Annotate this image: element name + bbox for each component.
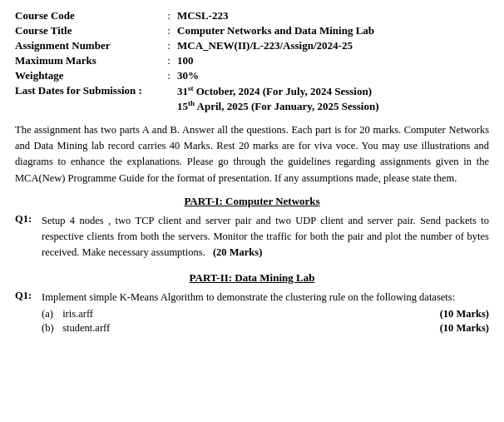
part1-heading: PART-I: Computer Networks: [15, 195, 489, 208]
intro-text: The assignment has two parts A and B. An…: [15, 122, 489, 187]
part2-q1-block: Q1: Implement simple K-Means Algorithm t…: [15, 290, 489, 335]
maximum-marks-row: Maximum Marks : 100: [15, 53, 489, 68]
course-title-label: Course Title: [15, 23, 161, 38]
assignment-number-row: Assignment Number : MCA_NEW(II)/L-223/As…: [15, 38, 489, 53]
part1-section: PART-I: Computer Networks Q1: Setup 4 no…: [15, 195, 489, 260]
part1-q1-block: Q1: Setup 4 nodes , two TCP client and s…: [15, 213, 489, 260]
part1-q1-label: Q1:: [15, 213, 42, 226]
sub-item-b-text: student.arff: [60, 322, 440, 335]
last-dates-label: Last Dates for Submission :: [15, 83, 161, 114]
maximum-marks-label: Maximum Marks: [15, 53, 161, 68]
maximum-marks-value: 100: [177, 53, 489, 68]
last-dates-value2: 15th April, 2025 (For January, 2025 Sess…: [177, 100, 379, 112]
part2-q1-row: Q1: Implement simple K-Means Algorithm t…: [15, 290, 489, 305]
course-code-row: Course Code : MCSL-223: [15, 8, 489, 23]
part1-q1-marks: (20 Marks): [213, 246, 262, 258]
weightage-label: Weightage: [15, 68, 161, 83]
assignment-number-label: Assignment Number: [15, 38, 161, 53]
sub-item-a-text: iris.arff: [60, 308, 440, 320]
header-table: Course Code : MCSL-223 Course Title : Co…: [15, 8, 489, 114]
sub-item-a-label: (a): [42, 308, 60, 320]
last-dates-value: 31st October, 2024 (For July, 2024 Sessi…: [177, 83, 489, 114]
part2-q1-label: Q1:: [15, 290, 42, 302]
sub-item-b: (b) student.arff (10 Marks): [42, 322, 489, 335]
part2-heading: PART-II: Data Mining Lab: [15, 271, 489, 285]
sub-item-b-label: (b): [42, 322, 60, 335]
course-code-label: Course Code: [15, 8, 161, 23]
sub-item-b-marks: (10 Marks): [440, 322, 489, 335]
course-title-value: Computer Networks and Data Mining Lab: [177, 23, 489, 38]
course-title-row: Course Title : Computer Networks and Dat…: [15, 23, 489, 38]
part2-section: PART-II: Data Mining Lab Q1: Implement s…: [15, 271, 489, 335]
part2-sub-items: (a) iris.arff (10 Marks) (b) student.arf…: [42, 308, 489, 335]
last-dates-row: Last Dates for Submission : 31st October…: [15, 83, 489, 114]
weightage-value: 30%: [177, 68, 489, 83]
sub-item-a-marks: (10 Marks): [440, 308, 489, 320]
assignment-number-value: MCA_NEW(II)/L-223/Assign/2024-25: [177, 38, 489, 53]
part2-q1-text: Implement simple K-Means Algorithm to de…: [42, 290, 489, 305]
last-dates-value1: 31st October, 2024 (For July, 2024 Sessi…: [177, 85, 372, 97]
part1-q1-row: Q1: Setup 4 nodes , two TCP client and s…: [15, 213, 489, 260]
course-code-value: MCSL-223: [177, 8, 489, 23]
weightage-row: Weightage : 30%: [15, 68, 489, 83]
sub-item-a: (a) iris.arff (10 Marks): [42, 308, 489, 320]
part1-q1-text: Setup 4 nodes , two TCP client and serve…: [42, 213, 489, 260]
